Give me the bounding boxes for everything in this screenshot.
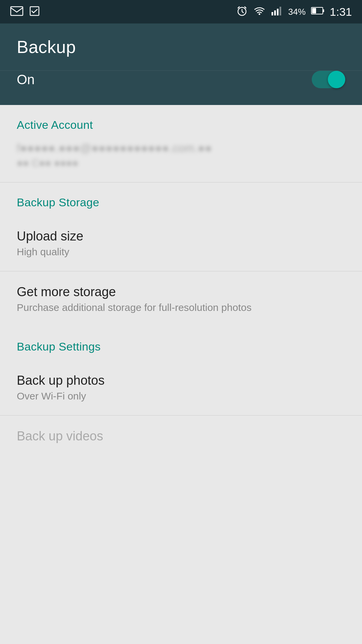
svg-rect-6 [277,9,279,15]
svg-rect-4 [272,12,273,15]
active-account-heading: Active Account [0,105,362,138]
backup-toggle-section[interactable]: On [0,70,362,105]
backup-settings-heading: Backup Settings [0,327,362,360]
page-title: Backup [17,37,345,57]
upload-size-title: Upload size [17,229,345,244]
svg-rect-7 [280,7,281,15]
backup-storage-heading: Backup Storage [0,182,362,216]
battery-icon [311,6,324,18]
svg-rect-10 [323,9,324,12]
status-bar: 34% 1:31 [0,0,362,23]
backup-videos-item[interactable]: Back up videos [0,416,362,460]
svg-rect-5 [274,10,276,15]
svg-rect-9 [312,8,316,13]
backup-photos-title: Back up photos [17,373,345,388]
svg-point-3 [258,13,260,15]
account-email: f●●●●●.●●●@●●●●●●●●●●●.com.●● [17,142,345,155]
backup-toggle[interactable] [312,71,345,88]
upload-size-subtitle: High quality [17,246,345,258]
status-bar-right: 34% 1:31 [236,5,352,19]
content-area: Active Account f●●●●●.●●●@●●●●●●●●●●●.co… [0,105,362,460]
checklist-icon [29,6,40,17]
app-header: Backup [0,23,362,70]
toggle-label: On [17,72,35,87]
account-name: ●● C●● ●●●● [17,157,345,169]
toggle-knob [328,71,345,88]
get-more-storage-title: Get more storage [17,285,345,299]
signal-icon [271,5,283,19]
account-info[interactable]: f●●●●●.●●●@●●●●●●●●●●●.com.●● ●● C●● ●●●… [0,138,362,182]
get-more-storage-item[interactable]: Get more storage Purchase additional sto… [0,271,362,327]
backup-photos-subtitle: Over Wi-Fi only [17,390,345,402]
backup-photos-item[interactable]: Back up photos Over Wi-Fi only [0,360,362,415]
upload-size-item[interactable]: Upload size High quality [0,216,362,271]
backup-videos-title: Back up videos [17,429,345,443]
gmail-icon [10,6,23,17]
battery-percent: 34% [288,7,306,17]
status-bar-left [10,6,40,17]
status-time: 1:31 [330,5,352,18]
wifi-icon [253,5,265,19]
svg-rect-0 [11,7,23,15]
alarm-icon [236,5,248,19]
get-more-storage-subtitle: Purchase additional storage for full-res… [17,302,345,313]
